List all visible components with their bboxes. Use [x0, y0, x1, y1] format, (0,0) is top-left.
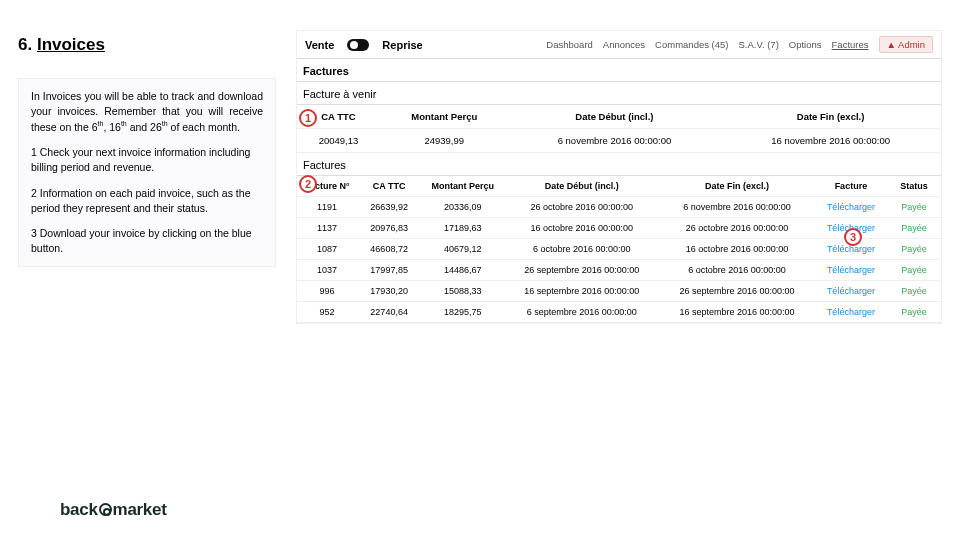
col-date-fin: Date Fin (excl.)	[720, 105, 941, 129]
nav-options[interactable]: Options	[789, 39, 822, 50]
brand-logo: backmarket	[60, 500, 167, 520]
navbar: Vente Reprise Dashboard Annonces Command…	[297, 31, 941, 59]
download-link[interactable]: Télécharger	[827, 307, 875, 317]
table-row: 103717997,8514486,6726 septembre 2016 00…	[297, 260, 941, 281]
nav-reprise: Reprise	[382, 39, 422, 51]
section-factures-heading: Factures	[297, 59, 941, 82]
download-link[interactable]: Télécharger	[827, 202, 875, 212]
col-date-fin: Date Fin (excl.)	[659, 176, 814, 197]
col-status: Status	[887, 176, 941, 197]
toggle-icon[interactable]	[347, 39, 369, 51]
logo-ring-icon	[99, 503, 112, 516]
col-montant: Montant Perçu	[380, 105, 509, 129]
status-badge: Payée	[901, 244, 927, 254]
nav-dashboard[interactable]: Dashboard	[546, 39, 592, 50]
table-row: 20049,13 24939,99 6 novembre 2016 00:00:…	[297, 129, 941, 153]
desc-intro: In Invoices you will be able to track an…	[31, 89, 263, 135]
nav-sav[interactable]: S.A.V. (7)	[739, 39, 779, 50]
desc-step-2: 2 Information on each paid invoice, such…	[31, 186, 263, 216]
nav-commandes[interactable]: Commandes (45)	[655, 39, 728, 50]
col-montant: Montant Perçu	[421, 176, 504, 197]
col-date-debut: Date Début (incl.)	[509, 105, 721, 129]
callout-1: 1	[299, 109, 317, 127]
table-row: 99617930,2015088,3316 septembre 2016 00:…	[297, 281, 941, 302]
section-upcoming-label: Facture à venir	[297, 82, 941, 105]
download-link[interactable]: Télécharger	[827, 286, 875, 296]
title-num: 6.	[18, 35, 32, 54]
download-link[interactable]: Télécharger	[827, 265, 875, 275]
section-invoices-label: Factures	[297, 153, 941, 176]
desc-step-1: 1 Check your next invoice information in…	[31, 145, 263, 175]
col-ca-ttc: CA TTC	[357, 176, 421, 197]
upcoming-invoice-table: CA TTC Montant Perçu Date Début (incl.) …	[297, 105, 941, 153]
status-badge: Payée	[901, 265, 927, 275]
description-box: In Invoices you will be able to track an…	[18, 78, 276, 267]
nav-vente: Vente	[305, 39, 334, 51]
col-date-debut: Date Début (incl.)	[504, 176, 659, 197]
invoices-table: Facture N° CA TTC Montant Perçu Date Déb…	[297, 176, 941, 323]
desc-step-3: 3 Download your invoice by clicking on t…	[31, 226, 263, 256]
app-screenshot: Vente Reprise Dashboard Annonces Command…	[296, 30, 942, 324]
page-title: 6. Invoices	[18, 35, 105, 55]
status-badge: Payée	[901, 202, 927, 212]
status-badge: Payée	[901, 307, 927, 317]
title-text: Invoices	[37, 35, 105, 54]
status-badge: Payée	[901, 286, 927, 296]
admin-button[interactable]: ▲ Admin	[879, 36, 933, 53]
callout-2: 2	[299, 175, 317, 193]
nav-factures[interactable]: Factures	[832, 39, 869, 50]
table-row: 119126639,9220336,0926 octobre 2016 00:0…	[297, 197, 941, 218]
table-row: 95222740,6418295,756 septembre 2016 00:0…	[297, 302, 941, 323]
warning-icon: ▲	[887, 39, 899, 50]
nav-annonces[interactable]: Annonces	[603, 39, 645, 50]
callout-3: 3	[844, 228, 862, 246]
col-facture: Facture	[815, 176, 887, 197]
status-badge: Payée	[901, 223, 927, 233]
